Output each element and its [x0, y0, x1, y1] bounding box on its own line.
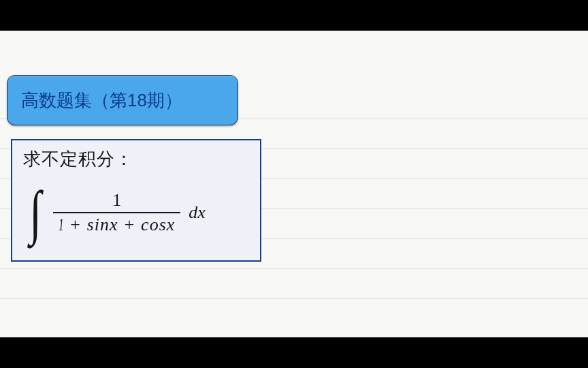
problem-box: 求不定积分： ∫ 1 1 + sinx + cosx dx: [11, 139, 261, 262]
ruled-line: [0, 269, 588, 269]
denominator: 1 + sinx + cosx: [53, 213, 180, 235]
title-box: 高数题集（第18期）: [7, 75, 238, 125]
page-content: 高数题集（第18期） 求不定积分： ∫ 1 1 + sinx + cosx dx: [0, 31, 588, 337]
title-text: 高数题集（第18期）: [21, 89, 182, 112]
problem-prompt: 求不定积分：: [23, 147, 249, 171]
integral-sign-icon: ∫: [29, 185, 41, 239]
numerator: 1: [53, 190, 180, 212]
dx: dx: [189, 202, 206, 223]
ruled-line: [0, 298, 588, 299]
letterbox-bottom: [0, 337, 588, 368]
letterbox-top: [0, 0, 588, 31]
fraction: 1 1 + sinx + cosx: [53, 190, 180, 235]
integral-expression: ∫ 1 1 + sinx + cosx dx: [23, 175, 249, 250]
